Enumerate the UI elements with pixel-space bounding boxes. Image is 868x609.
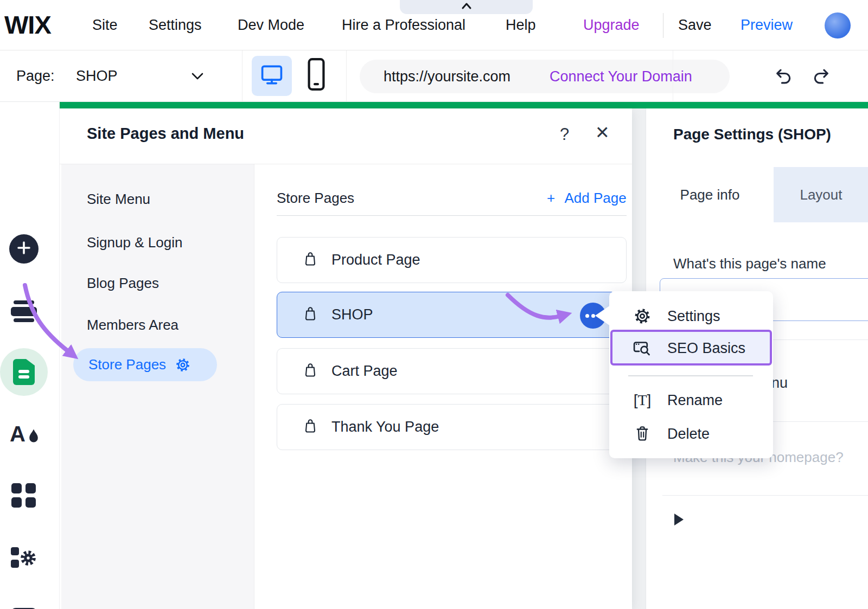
shopping-bag-icon bbox=[302, 361, 318, 382]
tab-label: Page info bbox=[680, 187, 740, 203]
menu-item-label: SEO Basics bbox=[667, 340, 745, 357]
shopping-bag-icon bbox=[302, 417, 318, 438]
menu-pointer bbox=[595, 305, 610, 326]
redo-icon[interactable] bbox=[812, 50, 832, 102]
menu-settings[interactable]: Settings bbox=[149, 0, 202, 50]
site-pages-panel: Site Pages and Menu ? × Site Menu Signup… bbox=[60, 108, 632, 609]
tab-layout[interactable]: Layout bbox=[774, 167, 868, 222]
menu-item-delete[interactable]: Delete bbox=[609, 419, 773, 448]
editor-sidebar: A bbox=[0, 102, 60, 609]
page-row-label: Thank You Page bbox=[331, 419, 439, 435]
sections-icon[interactable] bbox=[11, 300, 37, 322]
undo-icon[interactable] bbox=[773, 50, 793, 102]
site-top-strip bbox=[60, 102, 868, 108]
nav-blog-pages[interactable]: Blog Pages bbox=[87, 275, 159, 292]
page-row-label: SHOP bbox=[331, 306, 373, 323]
tab-label: Layout bbox=[800, 187, 842, 203]
menu-item-label: Delete bbox=[667, 426, 710, 443]
menu-item-seo-basics[interactable]: SEO Basics bbox=[609, 334, 773, 363]
wix-logo: WIX bbox=[4, 10, 51, 40]
site-url-bar[interactable]: https://yoursite.com Connect Your Domain bbox=[360, 60, 730, 93]
top-menu-bar: WIX Site Settings Dev Mode Hire a Profes… bbox=[0, 0, 868, 50]
app-market-icon[interactable] bbox=[11, 546, 37, 570]
menu-dev-mode[interactable]: Dev Mode bbox=[238, 0, 304, 50]
page-name-question: What's this page's name bbox=[673, 255, 826, 272]
pages-nav-column bbox=[61, 164, 254, 609]
rename-text-icon: [T] bbox=[632, 392, 653, 409]
menu-site[interactable]: Site bbox=[92, 0, 118, 50]
desktop-view-button[interactable] bbox=[252, 56, 292, 96]
desktop-icon bbox=[260, 63, 284, 89]
save-button[interactable]: Save bbox=[678, 0, 712, 50]
preview-button[interactable]: Preview bbox=[741, 0, 793, 50]
page-settings-title: Page Settings (SHOP) bbox=[673, 126, 831, 143]
seo-search-icon bbox=[632, 339, 653, 357]
plus-icon: + bbox=[547, 190, 555, 206]
page-row-cart-page[interactable]: Cart Page bbox=[277, 348, 627, 394]
nav-store-pages[interactable]: Store Pages bbox=[73, 348, 217, 381]
site-design-icon[interactable]: A bbox=[10, 422, 42, 448]
divider bbox=[346, 50, 347, 102]
gear-icon bbox=[175, 357, 191, 373]
avatar[interactable] bbox=[825, 12, 851, 39]
chevron-up-icon bbox=[460, 2, 473, 12]
mobile-icon bbox=[304, 56, 329, 96]
divider bbox=[254, 164, 254, 609]
menu-item-label: Settings bbox=[667, 308, 720, 325]
mobile-view-button[interactable] bbox=[304, 50, 329, 102]
page-row-thank-you-page[interactable]: Thank You Page bbox=[277, 404, 627, 450]
page-selector-value[interactable]: SHOP bbox=[76, 50, 118, 102]
chevron-down-icon[interactable] bbox=[190, 50, 205, 102]
add-page-button[interactable]: + Add Page bbox=[547, 190, 627, 207]
shopping-bag-icon bbox=[302, 250, 318, 271]
hidden-text-fragment: nu bbox=[771, 375, 788, 392]
panel-title: Site Pages and Menu bbox=[87, 125, 244, 143]
gear-icon bbox=[632, 307, 653, 325]
menu-item-settings[interactable]: Settings bbox=[609, 302, 773, 331]
apps-grid-icon[interactable] bbox=[11, 483, 36, 508]
shopping-bag-icon bbox=[302, 305, 318, 325]
page-row-shop[interactable]: SHOP bbox=[277, 292, 627, 338]
nav-site-menu[interactable]: Site Menu bbox=[87, 191, 150, 208]
plus-icon bbox=[16, 240, 32, 258]
upgrade-button[interactable]: Upgrade bbox=[583, 0, 640, 50]
expand-section-arrow-icon[interactable] bbox=[674, 514, 684, 525]
divider bbox=[673, 50, 673, 102]
divider bbox=[242, 50, 242, 102]
store-pages-title: Store Pages bbox=[277, 190, 354, 207]
menu-item-rename[interactable]: [T] Rename bbox=[609, 386, 773, 415]
nav-members-area[interactable]: Members Area bbox=[87, 317, 178, 334]
nav-signup-login[interactable]: Signup & Login bbox=[87, 234, 182, 251]
page-row-product-page[interactable]: Product Page bbox=[277, 237, 627, 283]
connect-your-domain-link[interactable]: Connect Your Domain bbox=[550, 60, 692, 93]
page-label: Page: bbox=[16, 50, 55, 102]
add-page-label: Add Page bbox=[564, 190, 626, 206]
site-url: https://yoursite.com bbox=[384, 60, 510, 93]
close-icon[interactable]: × bbox=[596, 119, 609, 145]
nav-store-pages-label: Store Pages bbox=[88, 356, 166, 373]
wix-editor: WIX Site Settings Dev Mode Hire a Profes… bbox=[0, 0, 868, 609]
page-toolbar: Page: SHOP https://yoursite.com Connect … bbox=[0, 50, 868, 102]
divider bbox=[662, 495, 868, 496]
help-icon[interactable]: ? bbox=[560, 125, 569, 144]
divider bbox=[663, 13, 663, 38]
divider bbox=[277, 215, 627, 216]
add-elements-button[interactable] bbox=[9, 234, 39, 264]
trash-icon bbox=[632, 425, 653, 443]
page-context-menu: Settings SEO Basics [T] Rename bbox=[609, 291, 773, 458]
menu-item-label: Rename bbox=[667, 392, 723, 409]
page-row-label: Cart Page bbox=[331, 363, 398, 380]
collapse-topbar-tab[interactable] bbox=[400, 0, 533, 14]
divider bbox=[628, 375, 753, 376]
page-row-label: Product Page bbox=[331, 252, 420, 268]
tab-page-info[interactable]: Page info bbox=[646, 167, 774, 222]
